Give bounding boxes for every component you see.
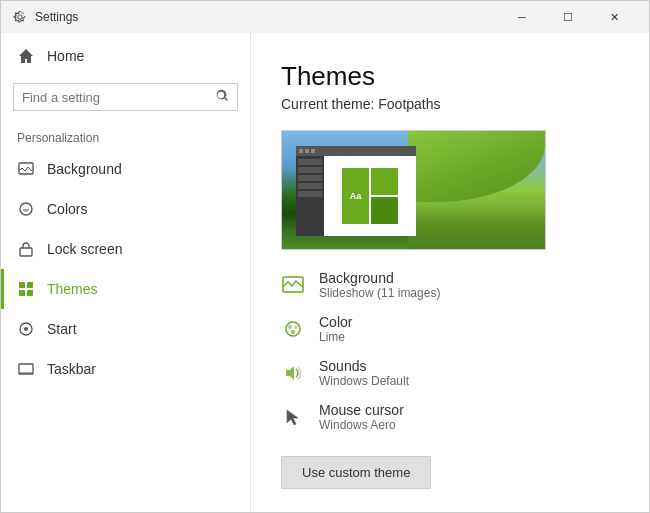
main-area: Home Personalization Backgr (1, 33, 649, 512)
sidebar-section-label: Personalization (1, 123, 250, 149)
mockup-main-area: Aa (324, 156, 416, 236)
theme-prop-background: Background Slideshow (11 images) (281, 270, 619, 300)
titlebar-left: Settings (13, 10, 78, 24)
mockup-sidebar-item-4 (298, 183, 322, 189)
sidebar-colors-label: Colors (47, 201, 87, 217)
mouse-cursor-prop-icon (281, 405, 305, 429)
search-input[interactable] (22, 90, 216, 105)
home-icon (17, 47, 35, 65)
settings-app-icon (13, 10, 27, 24)
current-theme-label: Current theme: Footpaths (281, 96, 619, 112)
sidebar-item-background[interactable]: Background (1, 149, 250, 189)
mockup-body: Aa (296, 156, 416, 236)
search-icon (216, 89, 229, 102)
sounds-prop-value: Windows Default (319, 374, 409, 388)
search-box[interactable] (13, 83, 238, 111)
color-prop-text: Color Lime (319, 314, 352, 344)
titlebar-controls: ─ ☐ ✕ (499, 1, 637, 33)
search-icon-button[interactable] (216, 89, 229, 105)
mouse-cursor-prop-text: Mouse cursor Windows Aero (319, 402, 404, 432)
background-icon (17, 160, 35, 178)
mockup-sidebar (296, 156, 324, 236)
mockup-tile-aa: Aa (342, 168, 369, 224)
maximize-button[interactable]: ☐ (545, 1, 591, 33)
svg-rect-4 (27, 282, 33, 288)
mockup-tile-1 (371, 168, 398, 195)
sidebar-item-start[interactable]: Start (1, 309, 250, 349)
svg-rect-5 (19, 290, 25, 296)
content-area: Themes Current theme: Footpaths (251, 33, 649, 512)
mockup-titlebar (296, 146, 416, 156)
sounds-prop-icon (281, 361, 305, 385)
theme-prop-color: Color Lime (281, 314, 619, 344)
theme-props-list: Background Slideshow (11 images) (281, 270, 619, 432)
svg-rect-2 (20, 248, 32, 256)
color-prop-icon (281, 317, 305, 341)
sidebar-lock-screen-label: Lock screen (47, 241, 122, 257)
start-icon (17, 320, 35, 338)
mockup-dot-1 (299, 149, 303, 153)
close-button[interactable]: ✕ (591, 1, 637, 33)
sidebar-themes-label: Themes (47, 281, 98, 297)
settings-window: Settings ─ ☐ ✕ Home (0, 0, 650, 513)
sidebar-start-label: Start (47, 321, 77, 337)
sidebar-item-home[interactable]: Home (1, 33, 250, 79)
theme-prop-mouse-cursor: Mouse cursor Windows Aero (281, 402, 619, 432)
svg-point-13 (288, 325, 292, 329)
sidebar-taskbar-label: Taskbar (47, 361, 96, 377)
sidebar-item-colors[interactable]: Colors (1, 189, 250, 229)
sounds-prop-name: Sounds (319, 358, 409, 374)
mockup-sidebar-item-5 (298, 191, 322, 197)
mockup-sidebar-item-2 (298, 167, 322, 173)
themes-icon (17, 280, 35, 298)
lock-screen-icon (17, 240, 35, 258)
sidebar-item-taskbar[interactable]: Taskbar (1, 349, 250, 389)
preview-window-mockup: Aa (296, 146, 416, 236)
color-prop-name: Color (319, 314, 352, 330)
colors-icon (17, 200, 35, 218)
svg-rect-10 (19, 372, 33, 374)
svg-point-14 (294, 325, 298, 329)
mouse-cursor-prop-value: Windows Aero (319, 418, 404, 432)
titlebar: Settings ─ ☐ ✕ (1, 1, 649, 33)
sidebar-home-label: Home (47, 48, 84, 64)
svg-rect-3 (19, 282, 25, 288)
color-prop-value: Lime (319, 330, 352, 344)
page-title: Themes (281, 61, 619, 92)
use-custom-theme-button[interactable]: Use custom theme (281, 456, 431, 489)
sidebar-item-lock-screen[interactable]: Lock screen (1, 229, 250, 269)
background-prop-text: Background Slideshow (11 images) (319, 270, 440, 300)
background-prop-value: Slideshow (11 images) (319, 286, 440, 300)
sidebar-item-themes[interactable]: Themes (1, 269, 250, 309)
taskbar-icon (17, 360, 35, 378)
mockup-tile-2 (371, 197, 398, 224)
background-prop-name: Background (319, 270, 440, 286)
background-prop-icon (281, 273, 305, 297)
mockup-tile-grid: Aa (342, 168, 398, 224)
theme-prop-sounds: Sounds Windows Default (281, 358, 619, 388)
svg-point-8 (24, 327, 28, 331)
svg-point-15 (291, 330, 295, 334)
mockup-dot-2 (305, 149, 309, 153)
svg-marker-16 (286, 366, 294, 380)
svg-rect-6 (27, 290, 33, 296)
mockup-dot-3 (311, 149, 315, 153)
svg-marker-17 (287, 410, 298, 425)
minimize-button[interactable]: ─ (499, 1, 545, 33)
mouse-cursor-prop-name: Mouse cursor (319, 402, 404, 418)
mockup-sidebar-item-3 (298, 175, 322, 181)
titlebar-title: Settings (35, 10, 78, 24)
theme-preview: Aa (281, 130, 546, 250)
mockup-sidebar-item-1 (298, 159, 322, 165)
sounds-prop-text: Sounds Windows Default (319, 358, 409, 388)
sidebar-background-label: Background (47, 161, 122, 177)
sidebar: Home Personalization Backgr (1, 33, 251, 512)
